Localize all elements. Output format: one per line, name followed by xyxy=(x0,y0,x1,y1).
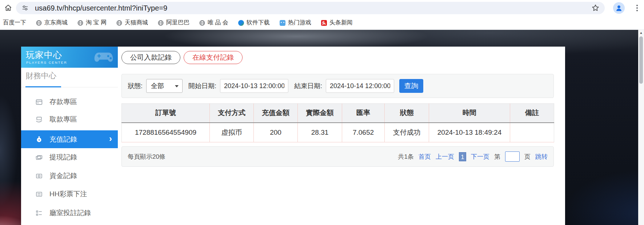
profile-avatar[interactable] xyxy=(613,2,625,14)
main-content: 公司入款記錄 在線支付記錄 狀態: 全部 開始日期: 結束日期: 查詢 xyxy=(121,47,554,225)
sidebar-item-label: 充值記錄 xyxy=(49,135,77,144)
sidebar-item-label: 存款專區 xyxy=(49,97,77,107)
jump-link[interactable]: 跳转 xyxy=(535,153,548,161)
address-bar[interactable]: usa69.tv/hhcp/usercenter.html?iniType=9 xyxy=(16,2,605,14)
sidebar-item-hh-lottery-bets[interactable]: HH彩票下注 xyxy=(21,185,118,203)
col-time: 時間 xyxy=(429,104,510,123)
money-bag-icon: ¥ xyxy=(35,135,43,143)
cell-exchange-rate: 7.0652 xyxy=(342,123,385,142)
cell-order-no: 1728816564554909 xyxy=(122,123,210,142)
home-button[interactable] xyxy=(3,3,13,13)
status-select[interactable]: 全部 xyxy=(146,79,183,93)
col-payment-method: 支付方式 xyxy=(210,104,254,123)
home-icon xyxy=(4,4,12,13)
sidebar-item-withdraw-zone[interactable]: 取款專區 xyxy=(21,110,118,129)
search-button[interactable]: 查詢 xyxy=(399,79,423,93)
col-actual-amount: 實際金額 xyxy=(298,104,342,123)
chevron-down-icon xyxy=(175,85,179,87)
site-settings-icon[interactable] xyxy=(22,5,28,11)
wallet-coin-icon xyxy=(35,172,43,180)
table-header-row: 訂單號 支付方式 充值金額 實際金額 匯率 狀態 時間 備註 xyxy=(122,104,554,123)
sidebar-item-hall-bet-records[interactable]: 廳室投註記錄 xyxy=(21,204,118,222)
sidebar-item-deposit[interactable]: 存款專區 xyxy=(21,93,118,111)
ticket-list-icon xyxy=(35,190,43,198)
browser-menu-button[interactable] xyxy=(633,4,641,12)
browser-toolbar: usa69.tv/hhcp/usercenter.html?iniType=9 xyxy=(0,0,644,16)
sidebar-item-label: 提現記錄 xyxy=(49,153,77,162)
jump-page-input[interactable] xyxy=(505,151,520,162)
vertical-scrollbar[interactable]: ▲ xyxy=(638,30,644,225)
bookmark-games[interactable]: 热门游戏 xyxy=(280,19,311,27)
next-page-link[interactable]: 下一页 xyxy=(471,153,489,161)
globe-icon xyxy=(158,20,164,26)
bookmarks-bar: 百度一下 京东商城 淘 宝 网 天猫商城 阿里巴巴 唯 品 会 软件下载 热门游… xyxy=(0,16,644,30)
cell-actual-amount: 28.31 xyxy=(298,123,342,142)
records-table: 訂單號 支付方式 充值金額 實際金額 匯率 狀態 時間 備註 172881656… xyxy=(121,103,554,142)
toutiao-icon: 头 xyxy=(321,20,327,26)
bookmark-tmall[interactable]: 天猫商城 xyxy=(116,19,148,27)
software-download-icon xyxy=(238,20,244,26)
chevron-right-icon: › xyxy=(109,133,112,143)
col-exchange-rate: 匯率 xyxy=(342,104,385,123)
cell-time: 2024-10-13 18:49:24 xyxy=(429,123,510,142)
bookmark-taobao[interactable]: 淘 宝 网 xyxy=(77,19,107,27)
first-page-link[interactable]: 首页 xyxy=(419,153,431,161)
sidebar-item-funds-records[interactable]: 資金記錄 xyxy=(21,167,118,185)
end-date-input[interactable] xyxy=(326,79,394,93)
tab-online-payment-records[interactable]: 在線支付記錄 xyxy=(184,51,243,64)
bookmark-software[interactable]: 软件下载 xyxy=(238,19,270,27)
sidebar-item-label: HH彩票下注 xyxy=(49,189,87,199)
sidebar-item-label: 取款專區 xyxy=(49,115,77,124)
bullet-list-icon xyxy=(35,209,43,217)
page-size-text: 每頁顯示20條 xyxy=(128,153,165,161)
sidebar: 玩家中心 PLAYERS CENTER 財務中心 存款專區 取款專區 ¥ 充值記… xyxy=(21,47,118,225)
game-robot-icon xyxy=(280,20,285,26)
cell-recharge-amount: 200 xyxy=(254,123,298,142)
bookmark-baidu[interactable]: 百度一下 xyxy=(3,19,26,27)
start-date-input[interactable] xyxy=(220,79,288,93)
pagination-bar: 每頁顯示20條 共1条 首页 上一页 1 下一页 第 页 跳转 xyxy=(121,146,554,167)
record-tabs: 公司入款記錄 在線支付記錄 xyxy=(121,51,243,64)
globe-icon xyxy=(77,20,83,26)
globe-icon xyxy=(116,20,122,26)
content-card: 玩家中心 PLAYERS CENTER 財務中心 存款專區 取款專區 ¥ 充值記… xyxy=(21,47,565,225)
url-text[interactable]: usa69.tv/hhcp/usercenter.html?iniType=9 xyxy=(35,4,167,12)
col-recharge-amount: 充值金額 xyxy=(254,104,298,123)
sidebar-item-label: 資金記錄 xyxy=(49,171,77,181)
bookmark-toutiao[interactable]: 头头条新闻 xyxy=(321,19,353,27)
prev-page-link[interactable]: 上一页 xyxy=(436,153,454,161)
col-status: 狀態 xyxy=(385,104,429,123)
sidebar-subtitle: PLAYERS CENTER xyxy=(26,60,67,64)
scroll-up-arrow-icon[interactable]: ▲ xyxy=(638,30,644,36)
bookmark-star-icon[interactable] xyxy=(591,4,600,12)
sidebar-item-withdraw-records[interactable]: 提現記錄 xyxy=(21,148,118,166)
jump-prefix: 第 xyxy=(494,153,500,161)
start-date-label: 開始日期: xyxy=(188,82,216,90)
deposit-machine-icon xyxy=(35,98,43,106)
section-title: 財務中心 xyxy=(26,71,56,81)
table-row: 1728816564554909 虚拟币 200 28.31 7.0652 支付… xyxy=(122,123,554,142)
globe-icon xyxy=(36,20,42,26)
current-page-badge[interactable]: 1 xyxy=(459,152,466,161)
jump-suffix: 页 xyxy=(524,153,531,161)
scrollbar-thumb[interactable] xyxy=(639,36,643,84)
bookmark-jd[interactable]: 京东商城 xyxy=(36,19,68,27)
bookmark-vip[interactable]: 唯 品 会 xyxy=(199,19,228,27)
hand-cash-icon xyxy=(35,115,43,123)
cell-status: 支付成功 xyxy=(385,123,429,142)
bookmark-alibaba[interactable]: 阿里巴巴 xyxy=(158,19,189,27)
total-count: 共1条 xyxy=(398,153,414,161)
gamepad-icon xyxy=(92,48,115,66)
tab-company-deposit-records[interactable]: 公司入款記錄 xyxy=(121,51,180,64)
cell-remark xyxy=(510,123,554,142)
players-center-banner: 玩家中心 PLAYERS CENTER xyxy=(21,47,118,68)
col-order-no: 訂單號 xyxy=(122,104,210,123)
banknotes-icon xyxy=(35,153,43,161)
sidebar-item-recharge-records[interactable]: ¥ 充值記錄 › xyxy=(21,130,118,148)
col-remark: 備註 xyxy=(510,104,554,123)
status-label: 狀態: xyxy=(128,82,143,90)
filter-bar: 狀態: 全部 開始日期: 結束日期: 查詢 xyxy=(121,74,554,98)
sidebar-title: 玩家中心 xyxy=(26,49,62,61)
browser-window: usa69.tv/hhcp/usercenter.html?iniType=9 … xyxy=(0,0,644,225)
cell-payment-method: 虚拟币 xyxy=(210,123,254,142)
